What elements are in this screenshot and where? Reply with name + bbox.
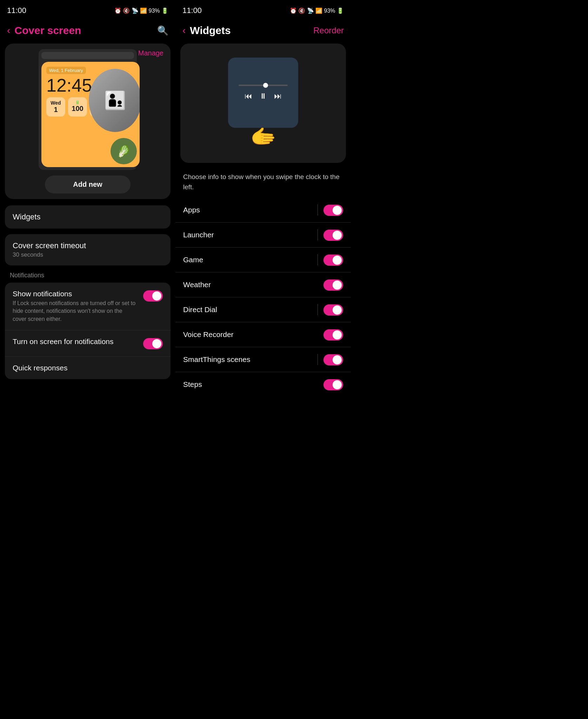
direct-dial-divider — [318, 304, 318, 315]
status-bar: 11:00 ⏰ 🔇 📡 📶 93% 🔋 11:00 ⏰ 🔇 📡 📶 93% 🔋 — [0, 0, 351, 21]
cover-screen-preview: Wed, 1 February 12:45 Wed 1 🔋 100 ✉️ 3 — [41, 62, 140, 167]
play-pause-icon: ⏸ — [259, 92, 267, 101]
status-bar-left: 11:00 ⏰ 🔇 📡 📶 93% 🔋 — [0, 6, 175, 15]
hand-gesture-icon: 🫱 — [250, 124, 276, 149]
left-nav: ‹ Cover screen 🔍 — [0, 21, 175, 40]
cover-timeout-subtitle: 30 seconds — [13, 251, 163, 258]
turn-on-screen-text: Turn on screen for notifications — [13, 337, 143, 346]
launcher-toggle-group — [318, 229, 343, 241]
widget-weather-label: Weather — [183, 281, 211, 289]
game-divider — [318, 254, 318, 265]
show-notifications-title: Show notifications — [13, 290, 138, 298]
status-time-left: 11:00 — [7, 6, 26, 15]
quick-responses-item[interactable]: Quick responses — [5, 357, 171, 379]
music-controls: ⏮ ⏸ ⏭ — [245, 92, 282, 101]
widgets-list: Apps Launcher Game Weather — [175, 198, 351, 719]
game-toggle[interactable] — [323, 255, 343, 266]
apps-toggle-group — [318, 204, 343, 216]
widget-smartthings-label: SmartThings scenes — [183, 355, 250, 364]
quick-responses-text: Quick responses — [13, 364, 163, 372]
launcher-divider — [318, 229, 318, 240]
widget-game-label: Game — [183, 256, 203, 264]
preview-photo: 👨‍👦 — [89, 69, 140, 132]
smartthings-toggle[interactable] — [323, 354, 343, 365]
widget-launcher-label: Launcher — [183, 231, 214, 239]
left-back-button[interactable]: ‹ — [7, 25, 10, 36]
widget-apps-item[interactable]: Apps — [175, 198, 351, 223]
widget-direct-dial-label: Direct Dial — [183, 305, 217, 314]
cover-timeout-item[interactable]: Cover screen timeout 30 seconds — [5, 234, 171, 265]
widgets-menu-label: Widgets — [13, 212, 40, 221]
widget-voice-recorder-item[interactable]: Voice Recorder — [175, 322, 351, 347]
smartthings-divider — [318, 354, 318, 365]
widget-weather-item[interactable]: Weather — [175, 272, 351, 297]
apps-divider — [318, 204, 318, 216]
steps-toggle[interactable] — [323, 379, 343, 390]
status-time-right: 11:00 — [182, 6, 202, 15]
widget-direct-dial-item[interactable]: Direct Dial — [175, 297, 351, 322]
turn-on-screen-toggle[interactable] — [143, 338, 163, 349]
turn-on-screen-item[interactable]: Turn on screen for notifications — [5, 330, 171, 357]
notifications-card: Show notifications If Lock screen notifi… — [5, 283, 171, 379]
add-new-button[interactable]: Add new — [45, 176, 130, 193]
direct-dial-toggle-group — [318, 304, 343, 316]
widget-launcher-item[interactable]: Launcher — [175, 223, 351, 248]
show-notifications-desc: If Lock screen notifications are turned … — [13, 299, 138, 323]
launcher-toggle[interactable] — [323, 230, 343, 241]
widget-smartthings-item[interactable]: SmartThings scenes — [175, 347, 351, 372]
prev-track-icon: ⏮ — [245, 92, 252, 101]
widgets-menu-item[interactable]: Widgets — [5, 205, 171, 229]
status-icons-right: ⏰ 🔇 📡 📶 93% 🔋 — [290, 7, 344, 14]
weather-toggle[interactable] — [323, 279, 343, 291]
widget-preview-area: ⏮ ⏸ ⏭ 🫱 — [180, 44, 346, 163]
quick-responses-title: Quick responses — [13, 364, 157, 372]
widget-steps-item[interactable]: Steps — [175, 372, 351, 397]
search-icon[interactable]: 🔍 — [157, 25, 168, 36]
preview-date: Wed, 1 February — [46, 67, 86, 74]
music-player-mockup: ⏮ ⏸ ⏭ — [228, 58, 298, 128]
voice-recorder-toggle[interactable] — [323, 329, 343, 341]
reorder-button[interactable]: Reorder — [313, 26, 344, 35]
widget-game-item[interactable]: Game — [175, 248, 351, 272]
widget-apps-label: Apps — [183, 206, 200, 214]
smartthings-toggle-group — [318, 354, 343, 365]
show-notifications-item[interactable]: Show notifications If Lock screen notifi… — [5, 283, 171, 330]
right-panel: ‹ Widgets Reorder ⏮ ⏸ ⏭ 🫱 Choose info to… — [175, 0, 351, 719]
right-page-title: Widgets — [190, 25, 309, 37]
show-notifications-toggle[interactable] — [143, 290, 163, 302]
turn-on-screen-title: Turn on screen for notifications — [13, 337, 138, 346]
preview-widget-day: Wed 1 — [46, 97, 65, 117]
next-track-icon: ⏭ — [274, 92, 282, 101]
preview-photo2: 🥬 — [111, 138, 137, 164]
manage-button[interactable]: Manage — [138, 49, 163, 57]
show-notifications-text: Show notifications If Lock screen notifi… — [13, 290, 143, 323]
widget-voice-recorder-label: Voice Recorder — [183, 330, 234, 339]
cover-timeout-title: Cover screen timeout — [13, 241, 163, 250]
direct-dial-toggle[interactable] — [323, 304, 343, 316]
music-slider — [239, 85, 288, 86]
right-nav: ‹ Widgets Reorder — [175, 21, 351, 40]
preview-card: Manage Wed, 1 February 12:45 Wed 1 🔋 100 — [5, 44, 171, 199]
widget-steps-label: Steps — [183, 380, 202, 389]
preview-widget-battery: 🔋 100 — [68, 97, 87, 117]
status-bar-right: 11:00 ⏰ 🔇 📡 📶 93% 🔋 — [175, 6, 351, 15]
game-toggle-group — [318, 254, 343, 266]
right-back-button[interactable]: ‹ — [182, 25, 186, 36]
notifications-section-label: Notifications — [0, 268, 175, 281]
left-panel: ‹ Cover screen 🔍 Manage Wed, 1 February … — [0, 0, 175, 719]
status-icons-left: ⏰ 🔇 📡 📶 93% 🔋 — [114, 7, 168, 14]
left-page-title: Cover screen — [14, 25, 153, 37]
widget-description: Choose info to show when you swipe the c… — [175, 166, 351, 198]
apps-toggle[interactable] — [323, 205, 343, 216]
